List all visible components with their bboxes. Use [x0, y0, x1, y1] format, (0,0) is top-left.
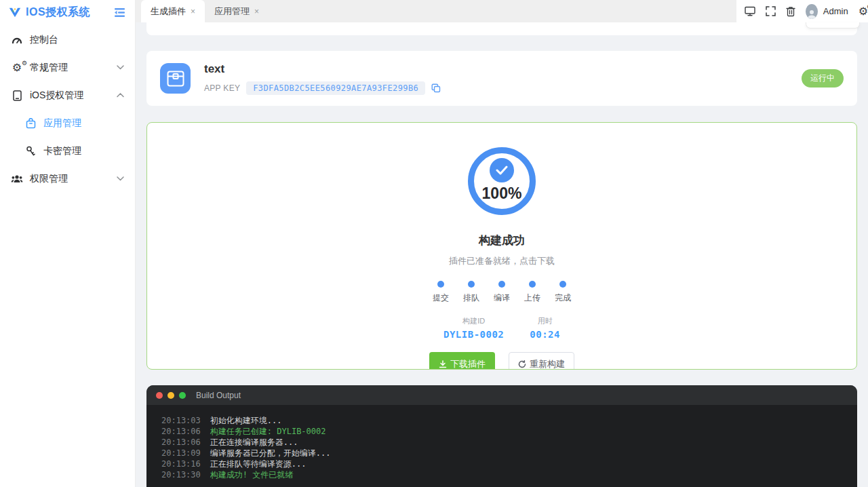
avatar[interactable] [806, 4, 818, 19]
build-result-card: 100% 构建成功 插件已准备就绪，点击下载 提交 排队 编译 上传 完成 构建… [146, 122, 857, 370]
sidebar-item-permissions[interactable]: 权限管理 [0, 165, 135, 193]
step-dot [559, 281, 566, 288]
build-stats: 构建ID DYLIB-0002 用时 00:24 [147, 316, 856, 340]
tab-app-management[interactable]: 应用管理 × [205, 0, 269, 22]
log-line: 20:13:06正在连接编译服务器... [161, 437, 842, 448]
dashboard-icon [11, 35, 23, 45]
app-key-value: F3DFA5DB2C5EE560929AE7A93FE299B6 [246, 81, 425, 95]
trash-icon[interactable] [786, 6, 795, 17]
build-steps: 提交 排队 编译 上传 完成 [147, 281, 856, 304]
step-compile: 编译 [493, 281, 511, 304]
build-status-title: 构建成功 [147, 233, 856, 248]
tab-label: 应用管理 [214, 5, 250, 18]
sidebar-menu: 控制台 ⚙⚙ 常规管理 iOS授权管理 应用管理 [0, 24, 135, 193]
app-key-label: APP KEY [204, 83, 240, 93]
sidebar-item-card-key-management[interactable]: 卡密管理 [0, 137, 135, 165]
check-icon [490, 158, 514, 182]
main-content: text APP KEY F3DFA5DB2C5EE560929AE7A93FE… [136, 22, 868, 487]
terminal-title: Build Output [196, 391, 241, 400]
step-queue: 排队 [462, 281, 480, 304]
sidebar-item-ios-auth[interactable]: iOS授权管理 [0, 81, 135, 109]
download-icon [439, 360, 447, 368]
users-icon [11, 174, 23, 184]
build-id-value: DYLIB-0002 [443, 329, 504, 340]
log-line: 20:13:06构建任务已创建: DYLIB-0002 [161, 426, 842, 437]
tab-generate-plugin[interactable]: 生成插件 × [141, 0, 205, 22]
chevron-down-icon [117, 176, 124, 181]
build-status-subtitle: 插件已准备就绪，点击下载 [147, 255, 856, 267]
sidebar-item-general[interactable]: ⚙⚙ 常规管理 [0, 54, 135, 81]
step-dot [437, 281, 444, 288]
log-line: 20:13:30构建成功! 文件已就绪 [161, 469, 842, 480]
terminal-header: Build Output [146, 385, 857, 405]
sidebar: IOS授权系统 控制台 ⚙⚙ 常规管理 [0, 0, 136, 487]
step-dot [529, 281, 536, 288]
sidebar-item-label: 卡密管理 [43, 145, 81, 157]
monitor-icon[interactable] [745, 6, 755, 16]
terminal-log: 20:13:03初始化构建环境... 20:13:06构建任务已创建: DYLI… [146, 405, 857, 480]
step-dot [468, 281, 475, 288]
app-info-card: text APP KEY F3DFA5DB2C5EE560929AE7A93FE… [146, 51, 857, 106]
close-icon[interactable]: × [254, 7, 259, 16]
bag-icon [24, 118, 37, 129]
sidebar-item-app-management[interactable]: 应用管理 [0, 109, 135, 137]
sidebar-item-label: 常规管理 [30, 62, 68, 74]
topbar-actions: Admin ⚙⚙ [736, 0, 868, 22]
log-line: 20:13:16正在排队等待编译资源... [161, 459, 842, 469]
build-duration-value: 00:24 [530, 329, 560, 340]
sidebar-item-dashboard[interactable]: 控制台 [0, 26, 135, 54]
sidebar-item-label: 应用管理 [43, 117, 81, 130]
user-dropdown-panel [806, 22, 860, 28]
settings-icon[interactable]: ⚙⚙ [859, 6, 868, 17]
progress-percent: 100% [482, 184, 522, 203]
user-name[interactable]: Admin [823, 6, 848, 16]
download-plugin-button[interactable]: 下载插件 [429, 352, 495, 370]
build-actions: 下载插件 重新构建 [147, 352, 856, 370]
chevron-down-icon [117, 65, 124, 70]
sidebar-item-label: 控制台 [30, 34, 58, 46]
scrolled-card-sliver [146, 22, 857, 35]
app-title: IOS授权系统 [26, 5, 114, 20]
step-dot [498, 281, 505, 288]
sidebar-item-label: 权限管理 [30, 173, 68, 185]
window-close-dot [156, 392, 163, 399]
rebuild-button[interactable]: 重新构建 [509, 352, 574, 370]
logo-row: IOS授权系统 [0, 0, 135, 24]
sidebar-item-label: iOS授权管理 [30, 90, 83, 102]
build-duration-stat: 用时 00:24 [530, 316, 560, 340]
build-id-stat: 构建ID DYLIB-0002 [443, 316, 504, 340]
logo-icon [8, 5, 22, 19]
fullscreen-icon[interactable] [766, 6, 776, 16]
copy-icon[interactable] [431, 83, 441, 93]
gears-icon: ⚙⚙ [11, 62, 23, 73]
tab-label: 生成插件 [151, 5, 186, 18]
key-icon [24, 146, 37, 157]
collapse-sidebar-icon[interactable] [114, 7, 125, 18]
step-upload: 上传 [524, 281, 541, 304]
package-icon [160, 63, 191, 94]
step-submit: 提交 [432, 281, 450, 304]
progress-ring: 100% [468, 147, 536, 215]
window-maximize-dot [179, 392, 186, 399]
tablet-icon [11, 90, 23, 101]
step-done: 完成 [554, 281, 572, 304]
status-badge: 运行中 [802, 69, 844, 87]
refresh-icon [518, 360, 526, 368]
app-name: text [204, 62, 441, 76]
window-minimize-dot [167, 392, 174, 399]
close-icon[interactable]: × [191, 7, 195, 16]
log-line: 20:13:03初始化构建环境... [161, 415, 842, 426]
log-line: 20:13:09编译服务器已分配，开始编译... [161, 448, 842, 459]
build-output-terminal: Build Output 20:13:03初始化构建环境... 20:13:06… [146, 385, 857, 487]
chevron-up-icon [117, 93, 124, 98]
